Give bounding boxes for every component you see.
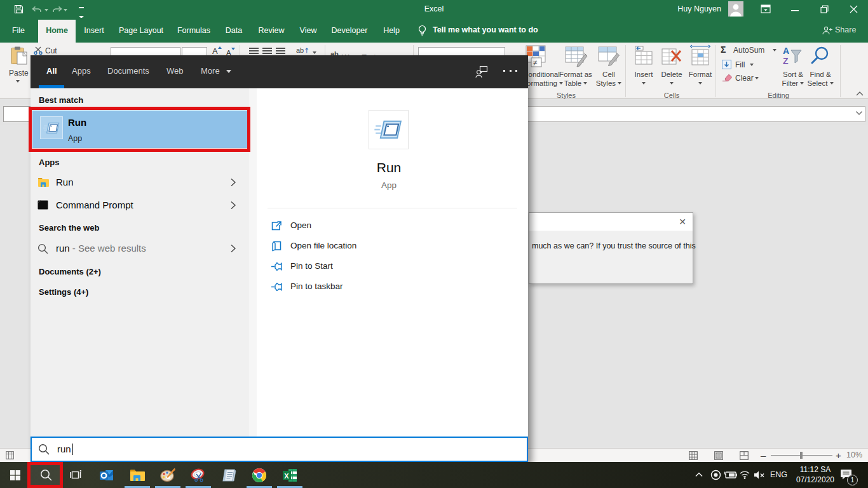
tray-chevron-up-icon[interactable] xyxy=(695,471,703,478)
tray-language[interactable]: ENG xyxy=(770,470,787,479)
clear-button[interactable]: Clear xyxy=(722,73,764,83)
format-cells-button[interactable]: Format xyxy=(686,44,714,90)
tab-more[interactable]: More xyxy=(201,55,231,88)
section-settings[interactable]: Settings (4+) xyxy=(39,287,88,297)
dropdown-caret-icon xyxy=(313,51,316,54)
security-dialog: ✕ much as we can? If you trust the sourc… xyxy=(529,212,693,284)
find-select-button[interactable]: Find & Select xyxy=(807,44,834,90)
dropdown-caret-icon xyxy=(698,82,702,85)
tray-record-icon[interactable] xyxy=(710,470,721,480)
tell-me-box[interactable]: Tell me what you want to do xyxy=(433,18,538,43)
tab-file[interactable]: File xyxy=(6,20,31,43)
action-pin-to-taskbar[interactable]: Pin to taskbar xyxy=(271,280,462,294)
tab-apps[interactable]: Apps xyxy=(72,55,91,88)
tab-view[interactable]: View xyxy=(295,20,322,43)
svg-text:≠: ≠ xyxy=(533,58,538,67)
normal-view-icon[interactable] xyxy=(689,451,698,460)
zoom-level[interactable]: 10% xyxy=(846,451,862,459)
fill-button[interactable]: Fill xyxy=(722,60,760,70)
page-layout-view-icon[interactable] xyxy=(714,451,723,460)
svg-text:Z: Z xyxy=(783,56,789,66)
tray-volume-muted-icon[interactable] xyxy=(754,470,765,480)
collapse-ribbon-icon[interactable] xyxy=(855,91,864,97)
list-item-run-folder[interactable]: Run xyxy=(31,175,249,198)
preview-subtitle: App xyxy=(257,180,521,190)
task-view-button[interactable] xyxy=(61,462,92,488)
macro-record-icon[interactable] xyxy=(6,451,14,459)
tray-battery-icon[interactable] xyxy=(724,471,737,479)
cut-label[interactable]: Cut xyxy=(45,46,57,55)
paste-button[interactable]: Paste xyxy=(5,44,32,90)
section-documents[interactable]: Documents (2+) xyxy=(39,267,101,276)
delete-cells-icon xyxy=(661,46,682,66)
tab-web[interactable]: Web xyxy=(166,55,184,88)
close-button[interactable] xyxy=(839,0,868,18)
start-icon xyxy=(10,470,20,480)
notepad-button[interactable] xyxy=(214,462,244,488)
share-button[interactable]: Share xyxy=(835,18,856,43)
grow-font-icon[interactable]: A xyxy=(212,46,222,56)
cells-group-label: Cells xyxy=(654,92,689,99)
cell-styles-button[interactable]: Cell Styles xyxy=(593,44,624,90)
delete-cells-button[interactable]: Delete xyxy=(658,44,685,90)
task-view-icon xyxy=(70,470,83,480)
align-top-icon[interactable] xyxy=(249,48,259,54)
ribbon-display-options-icon xyxy=(761,4,771,13)
tab-developer[interactable]: Developer xyxy=(327,20,372,43)
feedback-account-icon[interactable] xyxy=(475,65,488,78)
outlook-button[interactable] xyxy=(92,462,122,488)
orientation-icon[interactable]: ab↗ xyxy=(296,46,309,55)
tab-documents[interactable]: Documents xyxy=(107,55,149,88)
paint-icon xyxy=(160,468,175,482)
tab-help[interactable]: Help xyxy=(377,20,405,43)
avatar[interactable] xyxy=(728,1,743,17)
maximize-button[interactable] xyxy=(810,0,839,18)
divider xyxy=(268,208,517,208)
more-options-icon[interactable] xyxy=(503,70,517,72)
preview-title: Run xyxy=(257,160,521,175)
autosum-button[interactable]: Σ AutoSum xyxy=(721,45,779,55)
page-break-view-icon[interactable] xyxy=(740,451,749,460)
list-item-web-search[interactable]: run - See web results xyxy=(31,241,249,264)
action-open-file-location[interactable]: Open file location xyxy=(271,240,462,254)
chevron-right-icon[interactable] xyxy=(230,178,236,187)
cut-icon[interactable] xyxy=(34,46,43,55)
chevron-right-icon[interactable] xyxy=(230,201,236,210)
insert-cells-button[interactable]: Insert xyxy=(632,44,656,90)
zoom-in-button[interactable]: + xyxy=(836,450,841,461)
text-caret xyxy=(72,444,73,455)
tab-home[interactable]: Home xyxy=(38,20,76,43)
formula-bar-expand-icon[interactable] xyxy=(855,111,863,116)
sort-filter-button[interactable]: A Z Sort & Filter xyxy=(780,44,806,90)
conditional-formatting-button[interactable]: ≠ Conditional Formatting xyxy=(522,44,560,90)
paint-button[interactable] xyxy=(153,462,183,488)
zoom-slider-thumb[interactable] xyxy=(800,452,803,459)
file-explorer-button[interactable] xyxy=(122,462,153,488)
search-input[interactable]: run xyxy=(31,437,528,462)
excel-titlebar: Excel Huy Nguyen xyxy=(0,0,868,18)
tab-data[interactable]: Data xyxy=(220,20,248,43)
chevron-right-icon[interactable] xyxy=(230,244,236,253)
tray-clock[interactable]: 11:12 SA 07/12/2020 xyxy=(796,464,834,485)
ribbon-display-options-button[interactable] xyxy=(751,0,780,18)
action-open[interactable]: Open xyxy=(271,219,462,233)
dialog-close-icon[interactable]: ✕ xyxy=(677,217,688,227)
list-item-command-prompt[interactable]: Command Prompt xyxy=(31,198,249,220)
tray-wifi-icon[interactable] xyxy=(739,470,750,479)
tab-formulas[interactable]: Formulas xyxy=(173,20,215,43)
user-name[interactable]: Huy Nguyen xyxy=(677,0,721,18)
align-bottom-icon[interactable] xyxy=(276,48,285,54)
snipping-tool-button[interactable] xyxy=(183,462,214,488)
excel-button[interactable]: X xyxy=(275,462,305,488)
start-button[interactable] xyxy=(0,462,31,488)
zoom-out-button[interactable]: – xyxy=(761,450,766,461)
format-as-table-button[interactable]: Format as Table xyxy=(558,44,593,90)
tab-all[interactable]: All xyxy=(46,55,57,88)
action-pin-to-start[interactable]: Pin to Start xyxy=(271,260,462,274)
minimize-button[interactable] xyxy=(780,0,810,18)
tab-page-layout[interactable]: Page Layout xyxy=(114,20,168,43)
tab-insert[interactable]: Insert xyxy=(79,20,109,43)
align-middle-icon[interactable] xyxy=(262,48,272,54)
tab-review[interactable]: Review xyxy=(253,20,290,43)
chrome-button[interactable] xyxy=(244,462,275,488)
